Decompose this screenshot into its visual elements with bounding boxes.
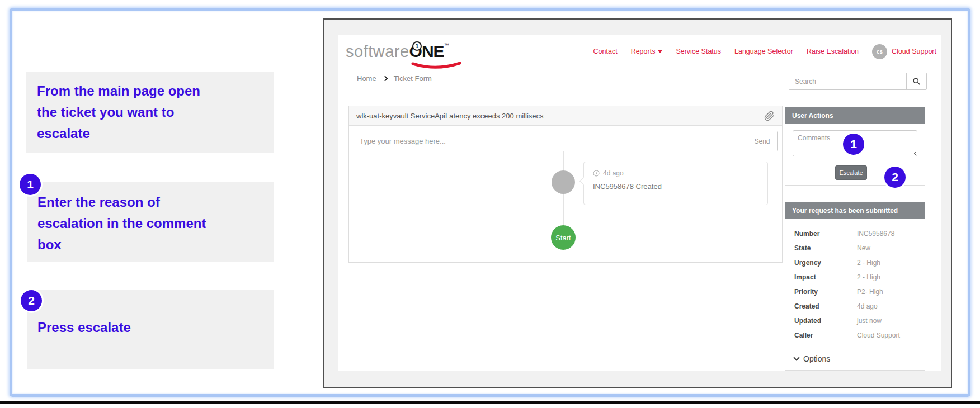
nav-raise-escalation[interactable]: Raise Escalation (807, 48, 859, 55)
timeline-event-card: 4d ago INC5958678 Created (583, 162, 768, 205)
instruction-line: the ticket you want to (37, 102, 274, 123)
options-toggle[interactable]: Options (794, 354, 830, 363)
breadcrumb: Home Ticket Form (357, 74, 432, 83)
ticket-timeline: 4d ago INC5958678 Created Start (349, 151, 782, 262)
field-label: Impact (794, 273, 857, 281)
field-row-updated: Updated just now (794, 314, 925, 328)
field-value: New (857, 244, 870, 252)
field-value: Cloud Support (857, 331, 900, 339)
event-time-row: 4d ago (593, 169, 758, 177)
options-label: Options (803, 354, 830, 363)
nav-contact[interactable]: Contact (593, 48, 618, 55)
user-actions-header: User Actions (785, 107, 925, 124)
caret-down-icon (658, 50, 662, 53)
portal-screenshot: softwareONE™ 1 Contact Reports Service S… (323, 18, 952, 388)
request-fields: Number INC5958678 State New Urgency 2 - … (794, 226, 925, 343)
timeline-start-node: Start (551, 225, 576, 250)
request-summary-panel: Your request has been submitted Number I… (785, 202, 925, 371)
chevron-down-icon (793, 354, 799, 360)
field-label: Caller (794, 331, 857, 339)
annotation-badge-2: 2 (884, 167, 906, 188)
instruction-line: Press escalate (37, 317, 274, 338)
timeline-event-node (552, 170, 575, 194)
field-row-urgency: Urgency 2 - High (794, 255, 925, 270)
instruction-line: From the main page open (37, 80, 274, 102)
search-icon (912, 77, 921, 86)
field-label: Urgency (794, 259, 857, 267)
field-value: P2- High (857, 288, 883, 296)
user-menu[interactable]: cs Cloud Support (872, 44, 936, 59)
field-value: just now (857, 317, 882, 325)
field-label: Priority (794, 288, 857, 296)
escalate-button[interactable]: Escalate (835, 165, 867, 180)
nav-language-selector[interactable]: Language Selector (734, 48, 793, 55)
logo-swoosh (411, 62, 462, 70)
nav-reports-label: Reports (631, 48, 656, 55)
chevron-right-icon (382, 76, 388, 82)
field-label: Created (794, 302, 857, 310)
trademark-mark: ™ (444, 42, 449, 48)
user-name: Cloud Support (892, 48, 936, 55)
ticket-title: wlk-uat-keyvault ServiceApiLatency excee… (356, 112, 764, 120)
field-row-state: State New (794, 241, 925, 255)
field-value: INC5958678 (857, 230, 894, 238)
instruction-line: escalation in the comment (37, 213, 274, 234)
field-label: Number (794, 230, 857, 238)
message-composer: Send (354, 131, 778, 151)
logo-text-software: software (346, 42, 409, 60)
instruction-step-enter-reason: Enter the reason of escalation in the co… (27, 182, 274, 262)
clock-icon (593, 170, 600, 177)
event-title: INC5958678 Created (593, 182, 758, 191)
instruction-step-open-ticket: From the main page open the ticket you w… (26, 72, 274, 153)
search-box (789, 73, 927, 90)
ticket-title-bar: wlk-uat-keyvault ServiceApiLatency excee… (349, 106, 782, 126)
top-nav: Contact Reports Service Status Language … (593, 43, 936, 60)
bottom-rule (0, 401, 980, 404)
logo-circled-one: 1 (412, 41, 422, 51)
field-value: 4d ago (857, 302, 878, 310)
instruction-line: box (37, 234, 274, 255)
instruction-line: Enter the reason of (37, 192, 274, 213)
breadcrumb-current: Ticket Form (394, 74, 432, 83)
paperclip-icon[interactable] (764, 111, 775, 121)
field-row-created: Created 4d ago (794, 299, 925, 314)
field-value: 2 - High (857, 273, 880, 281)
field-label: State (794, 244, 857, 252)
step-1-badge: 1 (20, 174, 41, 195)
breadcrumb-home[interactable]: Home (357, 74, 376, 83)
field-label: Updated (794, 317, 857, 325)
document-page: From the main page open the ticket you w… (0, 0, 980, 408)
instruction-line: escalate (37, 123, 274, 144)
send-button[interactable]: Send (747, 131, 777, 151)
softwareone-logo: softwareONE™ 1 (346, 42, 480, 71)
field-row-caller: Caller Cloud Support (794, 328, 925, 343)
instruction-step-press-escalate: Press escalate (27, 290, 274, 369)
nav-service-status[interactable]: Service Status (676, 48, 721, 55)
search-input[interactable] (789, 73, 906, 89)
nav-reports[interactable]: Reports (631, 48, 663, 55)
search-button[interactable] (906, 73, 926, 89)
user-actions-panel: User Actions 1 Escalate 2 (785, 107, 925, 186)
field-row-number: Number INC5958678 (794, 226, 925, 241)
field-row-impact: Impact 2 - High (794, 270, 925, 284)
portal-content-card: softwareONE™ 1 Contact Reports Service S… (338, 35, 941, 371)
annotation-badge-1: 1 (843, 134, 864, 155)
message-input[interactable] (354, 131, 747, 151)
field-value: 2 - High (857, 259, 880, 267)
request-summary-header: Your request has been submitted (785, 202, 925, 219)
event-card-notch (579, 177, 587, 185)
step-2-badge: 2 (21, 290, 42, 311)
field-row-priority: Priority P2- High (794, 284, 925, 299)
event-time: 4d ago (603, 169, 624, 177)
avatar: cs (872, 44, 887, 59)
ticket-panel: wlk-uat-keyvault ServiceApiLatency excee… (348, 106, 783, 263)
